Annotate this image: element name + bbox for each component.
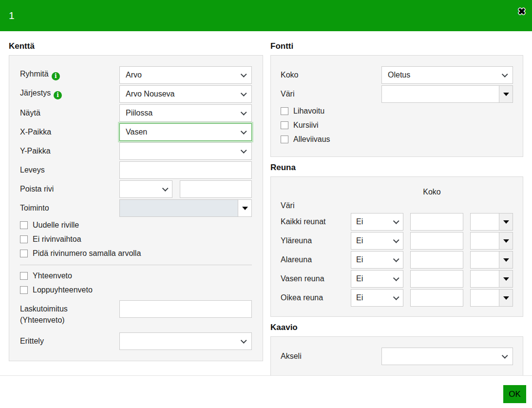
leveys-input[interactable] (119, 161, 252, 179)
oikea-reuna-color-combobox[interactable] (470, 289, 513, 307)
vasen-reuna-color-combobox[interactable] (470, 270, 513, 288)
kaikki-reunat-color-combobox[interactable] (470, 213, 513, 231)
oikea-reuna-style-value: Ei (356, 293, 363, 302)
caret-down-icon (503, 258, 509, 262)
alleviivaus-row: Alleviivaus (281, 135, 513, 144)
erittely-select[interactable] (119, 332, 252, 350)
yhteenveto-checkbox[interactable] (20, 272, 28, 280)
nayta-select-value: Piilossa (126, 109, 152, 117)
ylareuna-color-combobox[interactable] (470, 232, 513, 250)
vasen-reuna-color-dropdown-button[interactable] (499, 271, 513, 287)
x-paikka-select[interactable]: Vasen (119, 123, 252, 141)
koko-label: Koko (281, 71, 381, 79)
vari-label: Väri (281, 90, 381, 98)
kaikki-reunat-size-input[interactable] (410, 213, 463, 231)
kaavio-panel: Akseli (270, 336, 523, 379)
akseli-select[interactable] (381, 348, 513, 365)
lihavoitu-checkbox[interactable] (281, 107, 288, 115)
info-circle-icon[interactable]: i (52, 72, 60, 80)
alareuna-color-combobox[interactable] (470, 251, 513, 269)
fontti-panel: Koko Oletus Väri (270, 55, 523, 157)
dialog-body: Kenttä Ryhmitäi Arvo Järjestysi Arvo Nou… (0, 31, 532, 379)
pida-rivinumero-checkbox[interactable] (20, 250, 28, 257)
ylareuna-color-value (471, 233, 499, 249)
alleviivaus-checkbox[interactable] (281, 136, 288, 143)
loppuyhteenveto-label: Loppuyhteenveto (33, 286, 93, 294)
chevron-down-icon (393, 275, 399, 281)
summary-checkbox-group: Yhteenveto Loppuyhteenveto (20, 272, 252, 294)
reuna-column-headers: Koko (281, 188, 513, 196)
caret-down-icon (503, 296, 509, 300)
chevron-down-icon (241, 337, 247, 344)
vari-color-combobox[interactable] (381, 85, 513, 103)
vasen-reuna-size-input[interactable] (410, 270, 463, 288)
oikea-reuna-color-value (471, 290, 499, 306)
kaikki-reunat-color-dropdown-button[interactable] (499, 214, 513, 230)
ryhmita-select[interactable]: Arvo (119, 66, 252, 84)
ryhmita-select-value: Arvo (126, 71, 142, 79)
chevron-down-icon (241, 128, 247, 135)
akseli-row: Akseli (281, 348, 513, 365)
chevron-down-icon (393, 294, 399, 300)
koko-select-value: Oletus (388, 71, 410, 79)
kentta-panel: Ryhmitäi Arvo Järjestysi Arvo Nouseva Nä… (9, 55, 263, 361)
chevron-down-icon (241, 71, 247, 78)
reuna-panel: Koko Väri Kaikki reunat Ei Y (270, 176, 523, 317)
poista-rivi-select[interactable] (119, 180, 172, 198)
kursiivi-checkbox[interactable] (281, 121, 288, 129)
kaikki-reunat-style-value: Ei (356, 217, 363, 226)
alareuna-size-input[interactable] (410, 251, 463, 269)
oikea-reuna-size-input[interactable] (410, 289, 463, 307)
ok-button[interactable]: OK (503, 385, 526, 403)
close-icon[interactable]: ✖ (518, 7, 526, 16)
laskutoimitus-label: Laskutoimitus (Yhteenveto) (20, 300, 119, 326)
alareuna-color-dropdown-button[interactable] (499, 252, 513, 268)
poista-rivi-input[interactable] (180, 180, 252, 198)
alareuna-style-select[interactable]: Ei (351, 251, 403, 269)
kaikki-reunat-label: Kaikki reunat (281, 217, 344, 226)
info-circle-icon[interactable]: i (54, 91, 62, 99)
poista-rivi-label: Poista rivi (20, 185, 119, 194)
alareuna-label: Alareuna (281, 255, 344, 264)
yhteenveto-label: Yhteenveto (33, 272, 72, 280)
chevron-down-icon (241, 147, 247, 154)
oikea-reuna-style-select[interactable]: Ei (351, 289, 403, 307)
jarjestys-select[interactable]: Arvo Nouseva (119, 85, 252, 103)
font-style-checkbox-group: Lihavoitu Kursiivi Alleviivaus (281, 107, 513, 144)
kentta-heading: Kenttä (9, 41, 263, 51)
ryhmita-label: Ryhmitäi (20, 70, 119, 80)
koko-select[interactable]: Oletus (381, 66, 513, 84)
erittely-row: Erittely (20, 332, 252, 350)
oikea-reuna-color-dropdown-button[interactable] (499, 290, 513, 306)
vari-dropdown-button[interactable] (499, 86, 513, 102)
ylareuna-style-select[interactable]: Ei (351, 232, 403, 250)
caret-down-icon (242, 207, 248, 210)
reuna-vari-column-label: Väri (281, 201, 513, 210)
nayta-select[interactable]: Piilossa (119, 104, 252, 122)
koko-row: Koko Oletus (281, 66, 513, 84)
chevron-down-icon (393, 256, 399, 262)
laskutoimitus-row: Laskutoimitus (Yhteenveto) (20, 300, 252, 326)
toiminto-combobox-value (120, 200, 238, 216)
leveys-label: Leveys (20, 166, 119, 175)
leveys-row: Leveys (20, 161, 252, 179)
x-paikka-label: X-Paikka (20, 128, 119, 136)
toiminto-dropdown-button[interactable] (238, 200, 251, 216)
jarjestys-label: Järjestysi (20, 89, 119, 99)
field-settings-dialog: 1 ✖ Kenttä Ryhmitäi Arvo Järjestysi Arvo… (0, 0, 532, 408)
ylareuna-size-input[interactable] (410, 232, 463, 250)
laskutoimitus-input[interactable] (119, 300, 252, 318)
caret-down-icon (503, 277, 509, 281)
ylareuna-color-dropdown-button[interactable] (499, 233, 513, 249)
vasen-reuna-style-select[interactable]: Ei (351, 270, 403, 288)
nayta-row: Näytä Piilossa (20, 104, 252, 122)
uudelle-riville-checkbox[interactable] (20, 221, 28, 229)
loppuyhteenveto-checkbox[interactable] (20, 286, 28, 294)
x-paikka-select-value: Vasen (126, 128, 147, 136)
ei-rivinvaihtoa-checkbox[interactable] (20, 235, 28, 243)
toiminto-label: Toiminto (20, 204, 119, 213)
pida-rivinumero-row: Pidä rivinumero samalla arvolla (20, 249, 252, 258)
toiminto-combobox[interactable] (119, 199, 252, 217)
y-paikka-select[interactable] (119, 142, 252, 160)
kaikki-reunat-style-select[interactable]: Ei (351, 213, 403, 231)
